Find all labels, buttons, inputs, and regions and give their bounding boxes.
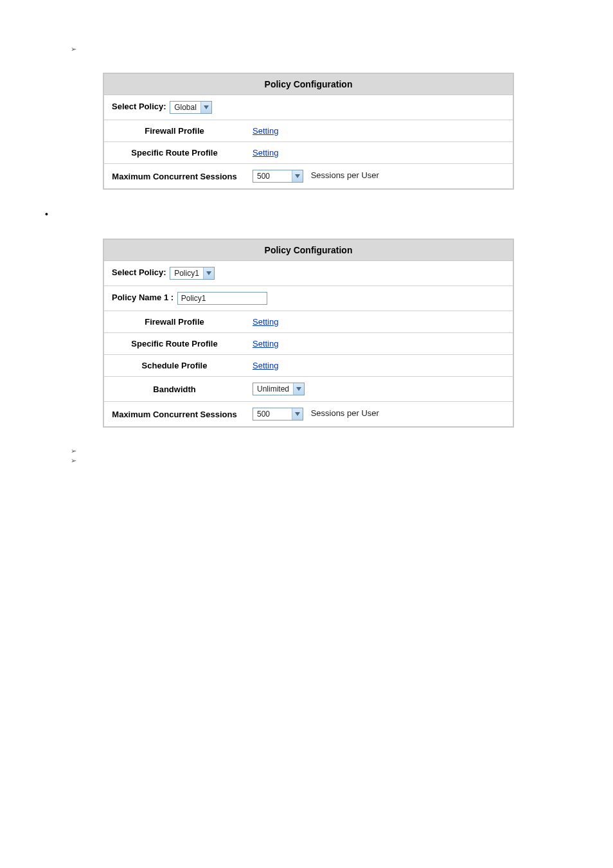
chevron-down-icon [293, 383, 304, 395]
select-policy-value: Global [170, 102, 200, 113]
specific-route-profile-label: Specific Route Profile [103, 142, 245, 164]
select-policy-label: Select Policy: [112, 267, 166, 277]
firewall-profile-setting-link[interactable]: Setting [253, 126, 278, 136]
chevron-down-icon [292, 170, 303, 182]
bullet-arrow: ➢ [71, 447, 574, 455]
bullet-arrow: ➢ [71, 457, 574, 465]
policy-name-label: Policy Name 1 : [112, 293, 173, 302]
schedule-profile-label: Schedule Profile [103, 355, 245, 377]
table-title: Policy Configuration [103, 239, 513, 261]
max-sessions-suffix: Sessions per User [311, 170, 379, 180]
max-sessions-suffix: Sessions per User [311, 408, 379, 418]
max-sessions-dropdown[interactable]: 500 [253, 408, 303, 420]
schedule-profile-setting-link[interactable]: Setting [253, 361, 278, 370]
bullet-dot: • [45, 209, 574, 219]
max-sessions-label: Maximum Concurrent Sessions [103, 164, 245, 190]
firewall-profile-setting-link[interactable]: Setting [253, 317, 278, 327]
max-sessions-value: 500 [253, 408, 292, 420]
specific-route-setting-link[interactable]: Setting [253, 339, 278, 348]
firewall-profile-label: Firewall Profile [103, 120, 245, 142]
bandwidth-label: Bandwidth [103, 377, 245, 402]
specific-route-setting-link[interactable]: Setting [253, 148, 278, 158]
table-title: Policy Configuration [103, 73, 513, 95]
bullet-arrow: ➢ [71, 45, 574, 53]
bandwidth-dropdown[interactable]: Unlimited [253, 383, 305, 395]
policy-config-table-global: Policy Configuration Select Policy: Glob… [103, 73, 514, 190]
select-policy-label: Select Policy: [112, 102, 166, 111]
policy-config-table-policy1: Policy Configuration Select Policy: Poli… [103, 239, 514, 428]
max-sessions-dropdown[interactable]: 500 [253, 170, 303, 183]
chevron-down-icon [292, 408, 303, 420]
policy-name-input[interactable] [177, 292, 267, 305]
max-sessions-value: 500 [253, 170, 292, 182]
chevron-down-icon [203, 267, 214, 279]
firewall-profile-label: Firewall Profile [103, 311, 245, 333]
select-policy-dropdown[interactable]: Policy1 [170, 267, 215, 280]
select-policy-dropdown[interactable]: Global [170, 101, 212, 114]
bandwidth-value: Unlimited [253, 383, 293, 395]
specific-route-profile-label: Specific Route Profile [103, 333, 245, 355]
chevron-down-icon [200, 102, 211, 113]
select-policy-value: Policy1 [170, 267, 203, 279]
max-sessions-label: Maximum Concurrent Sessions [103, 402, 245, 428]
